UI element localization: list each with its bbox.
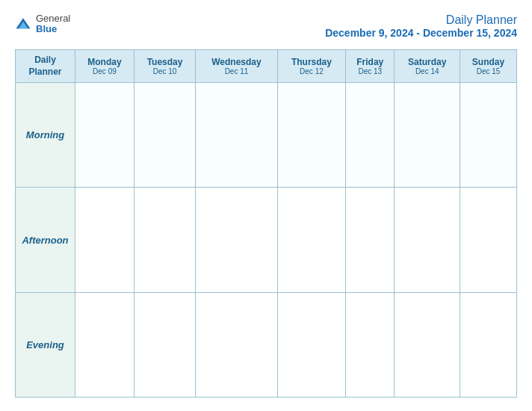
- planner-title: Daily Planner: [325, 13, 517, 27]
- cell-morning-wednesday[interactable]: [196, 83, 277, 188]
- cell-afternoon-sunday[interactable]: [460, 188, 517, 292]
- cell-afternoon-wednesday[interactable]: [196, 188, 277, 292]
- cell-evening-friday[interactable]: [346, 292, 395, 397]
- table-row-evening: Evening: [16, 292, 517, 397]
- cell-morning-saturday[interactable]: [395, 83, 460, 188]
- table-row-afternoon: Afternoon: [16, 188, 517, 292]
- header-friday: Friday Dec 13: [346, 50, 395, 83]
- cell-afternoon-friday[interactable]: [346, 188, 395, 292]
- cell-evening-thursday[interactable]: [277, 292, 345, 397]
- logo-blue: Blue: [36, 24, 70, 34]
- cell-evening-sunday[interactable]: [460, 292, 517, 397]
- generalblue-logo-icon: [15, 16, 31, 32]
- cell-afternoon-tuesday[interactable]: [134, 188, 195, 292]
- page-header: General Blue Daily Planner December 9, 2…: [15, 13, 517, 39]
- planner-table: Daily Planner Monday Dec 09 Tuesday Dec …: [15, 49, 517, 398]
- cell-morning-tuesday[interactable]: [134, 83, 195, 188]
- cell-morning-friday[interactable]: [346, 83, 395, 188]
- planner-date-range: December 9, 2024 - December 15, 2024: [325, 27, 517, 39]
- logo-general: General: [36, 13, 70, 24]
- logo-text: General Blue: [36, 13, 70, 35]
- header-tuesday: Tuesday Dec 10: [134, 50, 195, 83]
- header-label-col: Daily Planner: [16, 50, 75, 83]
- title-block: Daily Planner December 9, 2024 - Decembe…: [325, 13, 517, 39]
- table-header: Daily Planner Monday Dec 09 Tuesday Dec …: [16, 50, 517, 83]
- header-row: Daily Planner Monday Dec 09 Tuesday Dec …: [16, 50, 517, 83]
- cell-evening-monday[interactable]: [75, 292, 134, 397]
- cell-morning-thursday[interactable]: [277, 83, 345, 188]
- cell-evening-saturday[interactable]: [395, 292, 460, 397]
- row-label-afternoon: Afternoon: [16, 188, 75, 292]
- cell-afternoon-thursday[interactable]: [277, 188, 345, 292]
- row-label-morning: Morning: [16, 83, 75, 188]
- cell-morning-monday[interactable]: [75, 83, 134, 188]
- header-monday: Monday Dec 09: [75, 50, 134, 83]
- logo: General Blue: [15, 13, 70, 35]
- table-row-morning: Morning: [16, 83, 517, 188]
- table-body: Morning Afternoon Evening: [16, 83, 517, 398]
- cell-evening-wednesday[interactable]: [196, 292, 277, 397]
- header-sunday: Sunday Dec 15: [460, 50, 517, 83]
- cell-afternoon-monday[interactable]: [75, 188, 134, 292]
- row-label-evening: Evening: [16, 292, 75, 397]
- cell-morning-sunday[interactable]: [460, 83, 517, 188]
- header-wednesday: Wednesday Dec 11: [196, 50, 277, 83]
- header-saturday: Saturday Dec 14: [395, 50, 460, 83]
- cell-evening-tuesday[interactable]: [134, 292, 195, 397]
- cell-afternoon-saturday[interactable]: [395, 188, 460, 292]
- header-thursday: Thursday Dec 12: [277, 50, 345, 83]
